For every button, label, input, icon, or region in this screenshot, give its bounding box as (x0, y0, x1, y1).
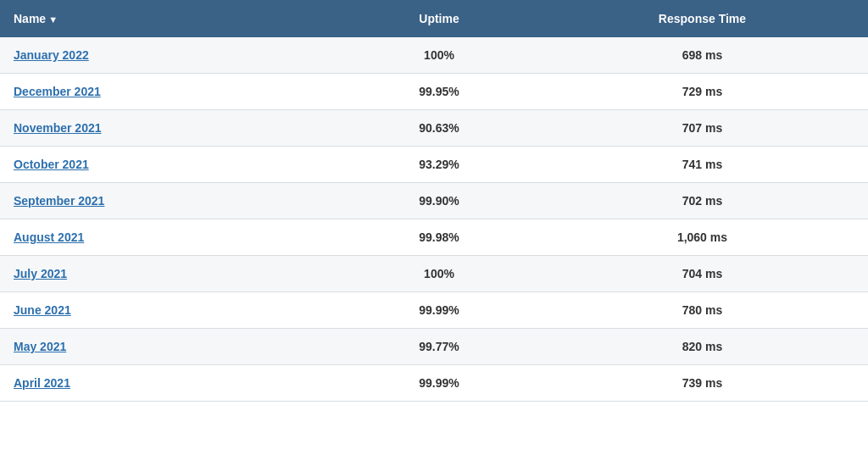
table-body: January 2022100%698 msDecember 202199.95… (0, 37, 868, 402)
cell-response: 729 ms (537, 74, 868, 110)
month-link[interactable]: April 2021 (14, 376, 70, 390)
cell-name: April 2021 (0, 365, 342, 402)
month-link[interactable]: July 2021 (14, 267, 67, 280)
cell-uptime: 99.99% (342, 292, 537, 329)
month-link[interactable]: June 2021 (14, 303, 71, 317)
cell-name: January 2022 (0, 37, 342, 74)
col-header-uptime[interactable]: Uptime (342, 0, 537, 37)
cell-response: 702 ms (537, 183, 868, 219)
cell-name: May 2021 (0, 329, 342, 365)
cell-response: 1,060 ms (537, 219, 868, 256)
cell-uptime: 99.77% (342, 329, 537, 365)
sort-indicator: ▼ (48, 14, 58, 25)
month-link[interactable]: November 2021 (14, 121, 102, 135)
table-row: October 202193.29%741 ms (0, 147, 868, 183)
month-link[interactable]: May 2021 (14, 340, 66, 353)
month-link[interactable]: October 2021 (14, 158, 89, 171)
cell-name: October 2021 (0, 147, 342, 183)
cell-name: June 2021 (0, 292, 342, 329)
month-link[interactable]: January 2022 (14, 48, 89, 62)
col-name-label: Name (14, 12, 46, 25)
cell-uptime: 99.99% (342, 365, 537, 402)
cell-uptime: 100% (342, 37, 537, 74)
cell-response: 820 ms (537, 329, 868, 365)
month-link[interactable]: December 2021 (14, 85, 101, 98)
table-row: June 202199.99%780 ms (0, 292, 868, 329)
cell-uptime: 99.95% (342, 74, 537, 110)
cell-uptime: 99.90% (342, 183, 537, 219)
table-row: December 202199.95%729 ms (0, 74, 868, 110)
month-link[interactable]: August 2021 (14, 230, 84, 244)
cell-name: August 2021 (0, 219, 342, 256)
cell-name: December 2021 (0, 74, 342, 110)
table-header-row: Name▼ Uptime Response Time (0, 0, 868, 37)
col-uptime-label: Uptime (419, 12, 459, 25)
cell-response: 780 ms (537, 292, 868, 329)
cell-uptime: 90.63% (342, 110, 537, 147)
table-row: November 202190.63%707 ms (0, 110, 868, 147)
cell-response: 704 ms (537, 256, 868, 292)
cell-uptime: 100% (342, 256, 537, 292)
table-row: April 202199.99%739 ms (0, 365, 868, 402)
table-row: May 202199.77%820 ms (0, 329, 868, 365)
cell-name: September 2021 (0, 183, 342, 219)
uptime-table: Name▼ Uptime Response Time January 20221… (0, 0, 868, 402)
col-header-response[interactable]: Response Time (537, 0, 868, 37)
cell-response: 741 ms (537, 147, 868, 183)
month-link[interactable]: September 2021 (14, 194, 104, 208)
table-row: January 2022100%698 ms (0, 37, 868, 74)
cell-response: 707 ms (537, 110, 868, 147)
main-container: Name▼ Uptime Response Time January 20221… (0, 0, 868, 466)
col-response-label: Response Time (659, 12, 746, 25)
cell-response: 739 ms (537, 365, 868, 402)
cell-uptime: 99.98% (342, 219, 537, 256)
cell-uptime: 93.29% (342, 147, 537, 183)
col-header-name[interactable]: Name▼ (0, 0, 342, 37)
cell-name: July 2021 (0, 256, 342, 292)
table-row: August 202199.98%1,060 ms (0, 219, 868, 256)
table-row: September 202199.90%702 ms (0, 183, 868, 219)
cell-response: 698 ms (537, 37, 868, 74)
table-row: July 2021100%704 ms (0, 256, 868, 292)
cell-name: November 2021 (0, 110, 342, 147)
